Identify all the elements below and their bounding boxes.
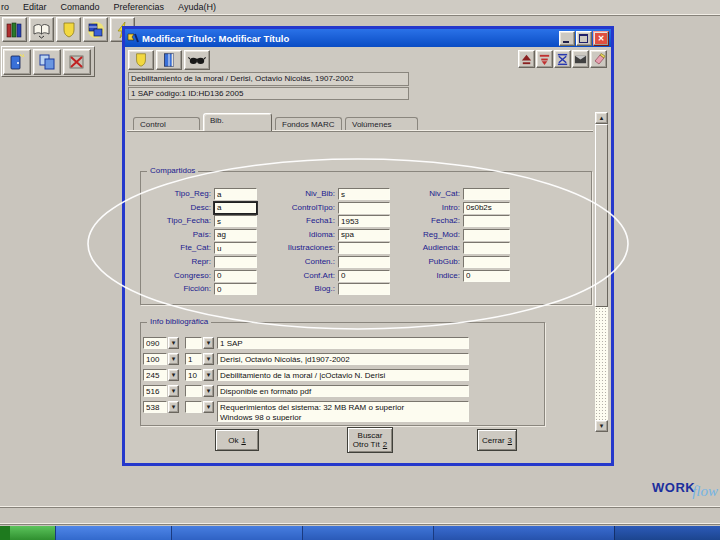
taskbar-button-1[interactable] <box>55 526 171 540</box>
marc-value-input[interactable] <box>217 369 469 381</box>
close-button[interactable] <box>593 31 609 46</box>
field-label: Congreso: <box>142 270 214 282</box>
tab-bib[interactable]: Bib. <box>203 113 272 131</box>
books-icon <box>5 21 24 39</box>
field-row: Niv_Bib: <box>268 188 390 200</box>
indicator-dropdown-button[interactable] <box>203 337 214 349</box>
marc-tag-input[interactable] <box>143 401 167 413</box>
field-row: Intro: <box>393 202 510 214</box>
ficcion-input[interactable] <box>214 283 257 295</box>
marc-value-textarea[interactable]: Requerimientos del sistema: 32 MB RAM o … <box>217 401 469 422</box>
copy-icon <box>37 52 57 72</box>
tag-dropdown-button[interactable] <box>168 369 179 381</box>
taskbar-button-3[interactable] <box>302 526 433 540</box>
ilustraciones-input[interactable] <box>338 242 390 254</box>
exit-button[interactable] <box>3 49 31 75</box>
start-button[interactable] <box>10 526 55 540</box>
biog-input[interactable] <box>338 283 390 295</box>
field-row: Ilustraciones: <box>268 242 390 254</box>
menu-item-preferencias[interactable]: Preferencias <box>107 1 172 14</box>
marc-value-input[interactable] <box>217 337 469 349</box>
book-button[interactable] <box>156 50 182 70</box>
indicator-dropdown-button[interactable] <box>203 369 214 381</box>
scrollbar-thumb[interactable] <box>595 124 608 307</box>
menu-item-ayuda[interactable]: Ayuda(H) <box>171 1 223 14</box>
pais-input[interactable] <box>214 229 257 241</box>
marc-indicator-input[interactable] <box>185 401 202 413</box>
tab-control[interactable]: Control <box>133 117 200 131</box>
windows-button[interactable] <box>83 17 108 42</box>
menu-bar: ro Editar Comando Preferencias Ayuda(H) <box>0 0 720 14</box>
ok-button[interactable]: Ok1 <box>215 429 259 451</box>
niv-bib-input[interactable] <box>338 188 390 200</box>
tag-dropdown-button[interactable] <box>168 337 179 349</box>
indicator-dropdown-button[interactable] <box>203 353 214 365</box>
shield-button[interactable] <box>56 17 81 42</box>
start-button-edge[interactable] <box>0 526 10 540</box>
catalog-button[interactable] <box>2 17 27 42</box>
main-toolbar <box>2 17 135 42</box>
marc-indicator-input[interactable] <box>185 337 202 349</box>
menu-item-editar[interactable]: Editar <box>16 1 54 14</box>
tab-volumenes[interactable]: Volúmenes <box>345 117 418 131</box>
indicator-dropdown-button[interactable] <box>203 385 214 397</box>
reg-mod-input[interactable] <box>463 229 510 241</box>
desc-input[interactable] <box>214 202 257 214</box>
congreso-input[interactable] <box>214 270 257 282</box>
marc-tag-input[interactable] <box>143 337 167 349</box>
tag-dropdown-button[interactable] <box>168 353 179 365</box>
marc-indicator-input[interactable] <box>185 353 202 365</box>
delete-button[interactable] <box>63 49 91 75</box>
taskbar-button-4[interactable] <box>433 526 614 540</box>
conf-art-input[interactable] <box>338 270 390 282</box>
scroll-up-button[interactable]: ▴ <box>595 112 608 124</box>
marc-value-input[interactable] <box>217 385 469 397</box>
marc-tag-input[interactable] <box>143 385 167 397</box>
cerrar-button[interactable]: Cerrar3 <box>477 429 517 451</box>
tab-fondos-marc[interactable]: Fondos MARC <box>275 117 342 131</box>
taskbar-tray[interactable] <box>614 526 720 540</box>
dialog-titlebar[interactable]: Modificar Título: Modificar Título <box>125 29 611 47</box>
delete-row-button[interactable] <box>554 50 571 68</box>
openbook-button[interactable] <box>29 17 54 42</box>
scroll-down-button[interactable]: ▾ <box>595 420 608 432</box>
maximize-button[interactable] <box>576 31 592 46</box>
marc-tag-input[interactable] <box>143 353 167 365</box>
repr-input[interactable] <box>214 256 257 268</box>
pubgub-input[interactable] <box>463 256 510 268</box>
row-down-button[interactable] <box>536 50 553 68</box>
save-record-button[interactable] <box>128 50 154 70</box>
indicator-dropdown-button[interactable] <box>203 401 214 413</box>
tag-dropdown-button[interactable] <box>168 385 179 397</box>
intro-input[interactable] <box>463 202 510 214</box>
fte-cat-input[interactable] <box>214 242 257 254</box>
marc-indicator-input[interactable] <box>185 369 202 381</box>
marc-indicator-input[interactable] <box>185 385 202 397</box>
marc-tag-input[interactable] <box>143 369 167 381</box>
tipo-fecha-input[interactable] <box>214 215 257 227</box>
idioma-input[interactable] <box>338 229 390 241</box>
tipo-reg-input[interactable] <box>214 188 257 200</box>
tag-dropdown-button[interactable] <box>168 401 179 413</box>
row-up-button[interactable] <box>518 50 535 68</box>
erase-button[interactable] <box>590 50 607 68</box>
buscar-otro-button[interactable]: Buscar Otro Tít2 <box>347 427 393 453</box>
fecha2-input[interactable] <box>463 215 510 227</box>
vertical-scrollbar[interactable]: ▴ ▾ <box>595 112 608 432</box>
preview-button[interactable] <box>184 50 210 70</box>
record-info-text: 1 SAP código:1 ID:HD136 2005 <box>131 89 243 98</box>
fecha1-input[interactable] <box>338 215 390 227</box>
minimize-button[interactable] <box>559 31 575 46</box>
marc-value-input[interactable] <box>217 353 469 365</box>
memo-button[interactable] <box>572 50 589 68</box>
audiencia-input[interactable] <box>463 242 510 254</box>
conten-input[interactable] <box>338 256 390 268</box>
indice-input[interactable] <box>463 270 510 282</box>
controltipo-input[interactable] <box>338 202 390 214</box>
taskbar-button-2[interactable] <box>171 526 302 540</box>
menu-item-comando[interactable]: Comando <box>54 1 107 14</box>
menu-item-fichero[interactable]: ro <box>0 1 16 14</box>
copy-button[interactable] <box>33 49 61 75</box>
cerrar-label: Cerrar <box>482 436 505 445</box>
niv-cat-input[interactable] <box>463 188 510 200</box>
